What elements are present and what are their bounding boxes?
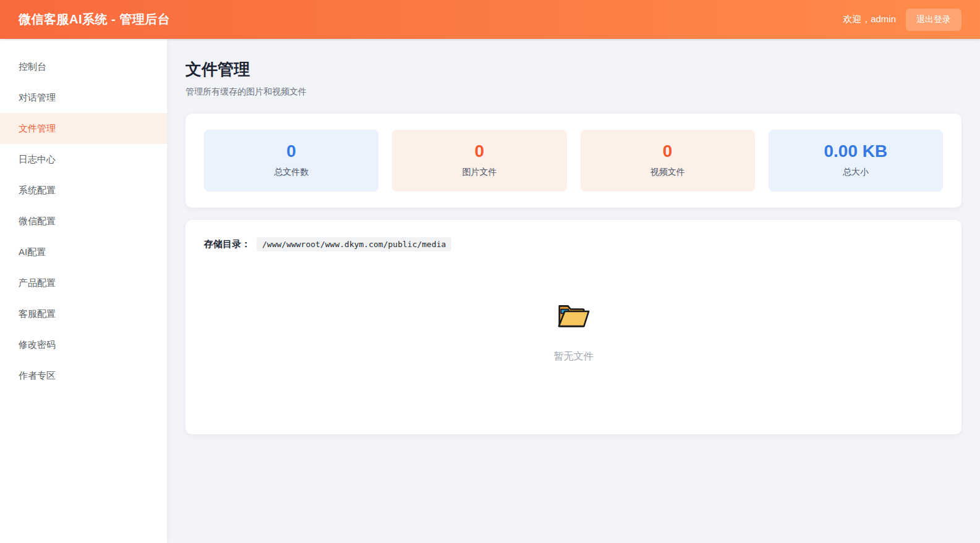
stat-total-files-label: 总文件数	[204, 167, 378, 178]
app-header: 微信客服AI系统 - 管理后台 欢迎，admin 退出登录	[0, 0, 980, 39]
sidebar-item-author-zone[interactable]: 作者专区	[0, 360, 167, 391]
empty-state-text: 暂无文件	[204, 350, 943, 363]
sidebar-item-system-config[interactable]: 系统配置	[0, 175, 167, 206]
empty-state: 暂无文件	[204, 300, 943, 363]
page-title: 文件管理	[185, 59, 961, 80]
sidebar-item-change-password[interactable]: 修改密码	[0, 329, 167, 360]
sidebar: 控制台 对话管理 文件管理 日志中心 系统配置 微信配置 AI配置 产品配置 客…	[0, 39, 167, 543]
files-card: 存储目录： /www/wwwroot/www.dkym.com/public/m…	[185, 220, 961, 434]
storage-directory-label: 存储目录：	[204, 238, 250, 250]
storage-directory-row: 存储目录： /www/wwwroot/www.dkym.com/public/m…	[204, 237, 943, 251]
stat-total-files-value: 0	[204, 141, 378, 161]
stats-card: 0 总文件数 0 图片文件 0 视频文件 0.00 KB 总大小	[185, 114, 961, 208]
sidebar-item-product-config[interactable]: 产品配置	[0, 267, 167, 298]
logout-button[interactable]: 退出登录	[906, 9, 961, 31]
sidebar-item-log-center[interactable]: 日志中心	[0, 144, 167, 175]
sidebar-item-file-management[interactable]: 文件管理	[0, 113, 167, 144]
header-right: 欢迎，admin 退出登录	[843, 9, 961, 31]
sidebar-item-ai-config[interactable]: AI配置	[0, 237, 167, 267]
page-subtitle: 管理所有缓存的图片和视频文件	[185, 86, 961, 98]
stat-video-files-value: 0	[581, 141, 755, 161]
stat-total-size-label: 总大小	[769, 167, 943, 178]
sidebar-item-conversations[interactable]: 对话管理	[0, 82, 167, 113]
welcome-text: 欢迎，admin	[843, 14, 896, 25]
open-folder-icon	[556, 300, 591, 330]
sidebar-item-service-config[interactable]: 客服配置	[0, 298, 167, 329]
stat-image-files: 0 图片文件	[392, 130, 566, 192]
sidebar-item-wechat-config[interactable]: 微信配置	[0, 206, 167, 237]
stat-total-files: 0 总文件数	[204, 130, 378, 192]
stat-total-size-value: 0.00 KB	[769, 141, 943, 161]
stat-video-files: 0 视频文件	[581, 130, 755, 192]
storage-directory-path: /www/wwwroot/www.dkym.com/public/media	[257, 237, 451, 251]
stat-image-files-label: 图片文件	[392, 167, 566, 178]
app-title: 微信客服AI系统 - 管理后台	[19, 11, 170, 28]
stat-image-files-value: 0	[392, 141, 566, 161]
main-content: 文件管理 管理所有缓存的图片和视频文件 0 总文件数 0 图片文件 0 视频文件…	[167, 39, 980, 543]
stat-total-size: 0.00 KB 总大小	[769, 130, 943, 192]
sidebar-item-console[interactable]: 控制台	[0, 51, 167, 82]
stat-video-files-label: 视频文件	[581, 167, 755, 178]
